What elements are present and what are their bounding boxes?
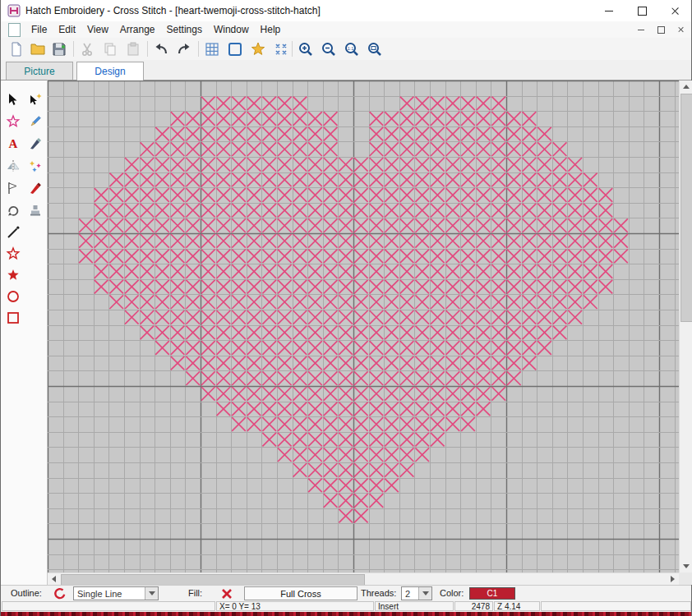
redo-icon: [176, 41, 192, 57]
paste-button[interactable]: [122, 39, 144, 59]
save-design-button[interactable]: [48, 39, 70, 59]
star-filled-tool-button[interactable]: [2, 264, 24, 285]
cut-button[interactable]: [76, 39, 98, 59]
brush-tool-button[interactable]: [25, 177, 46, 198]
outline-label: Outline:: [11, 588, 42, 598]
circle-tool-button[interactable]: [2, 286, 24, 306]
minimize-icon: [605, 11, 613, 11]
window-title: Hatch Embroidery - Cross Stitch - [heart…: [25, 5, 321, 16]
scroll-up-button[interactable]: [680, 80, 692, 93]
menubar: File Edit View Arrange Settings Window H…: [1, 21, 691, 39]
window-controls: [593, 0, 691, 21]
zoom-out-button[interactable]: [318, 39, 339, 59]
letter-a-icon: A: [6, 136, 21, 151]
scroll-down-button[interactable]: [680, 560, 692, 572]
dropdown-arrow-button[interactable]: [418, 587, 431, 600]
copy-button[interactable]: [99, 39, 121, 59]
rotate-tool-button[interactable]: [2, 200, 24, 220]
menu-window[interactable]: Window: [208, 21, 255, 38]
color-label: Color:: [440, 588, 464, 598]
circle-outline-icon: [6, 289, 21, 304]
new-document-icon: [8, 41, 25, 57]
mdi-minimize-icon: [638, 30, 644, 30]
square-tool-button[interactable]: [2, 307, 24, 328]
show-hoop-button[interactable]: [224, 39, 246, 59]
outline-stitch-button[interactable]: [52, 586, 67, 601]
titlebar: Hatch Embroidery - Cross Stitch - [heart…: [1, 0, 691, 21]
tab-picture[interactable]: Picture: [6, 62, 73, 80]
status-mode: Insert: [375, 601, 454, 611]
close-button[interactable]: [658, 0, 691, 21]
app-window: Hatch Embroidery - Cross Stitch - [heart…: [0, 0, 692, 616]
menu-view[interactable]: View: [81, 21, 114, 38]
pencil-icon: [28, 114, 43, 129]
vertical-scroll-thumb[interactable]: [680, 94, 692, 322]
undo-icon: [153, 41, 169, 57]
arrow-down-icon: [683, 564, 690, 568]
zoom-1-1-button[interactable]: 1:1: [341, 39, 362, 59]
scroll-left-button[interactable]: [48, 573, 60, 585]
threads-dropdown[interactable]: 2: [401, 586, 432, 600]
arrow-up-icon: [683, 85, 690, 89]
pen-tool-button[interactable]: [25, 133, 46, 154]
show-grid-button[interactable]: [201, 39, 223, 59]
pink-star-icon: [6, 114, 21, 129]
horizontal-scroll-thumb[interactable]: [61, 574, 365, 586]
select-tool-button[interactable]: [2, 89, 24, 109]
select-add-tool-button[interactable]: [25, 89, 46, 109]
flag-tool-button[interactable]: [2, 177, 24, 198]
tab-design[interactable]: Design: [76, 62, 144, 80]
zoom-out-icon: [321, 41, 337, 57]
stitch-canvas[interactable]: [48, 80, 679, 572]
copy-icon: [102, 41, 118, 57]
horizontal-scrollbar[interactable]: [48, 572, 679, 586]
menu-arrange[interactable]: Arrange: [114, 21, 161, 38]
wand-tool-button[interactable]: [2, 222, 24, 242]
minimize-button[interactable]: [593, 0, 625, 21]
flag-icon: [6, 181, 21, 195]
maximize-button[interactable]: [625, 0, 658, 21]
color-swatch[interactable]: C1: [469, 587, 515, 600]
new-document-button[interactable]: [6, 39, 27, 59]
freehand-star-tool-button[interactable]: [2, 111, 24, 131]
stamp-tool-button[interactable]: [25, 200, 46, 220]
grid-icon: [204, 41, 220, 57]
toolbar-separator: [73, 41, 74, 57]
mdi-close-button[interactable]: [675, 25, 686, 34]
star-icon: [250, 41, 266, 57]
select-arrow-star-icon: [28, 92, 43, 107]
zoom-in-button[interactable]: [295, 39, 316, 59]
mdi-window-controls: [635, 21, 686, 38]
app-logo-icon: [7, 4, 21, 17]
cross-stitch-pattern-button[interactable]: [270, 39, 292, 59]
menu-edit[interactable]: Edit: [53, 21, 81, 38]
mdi-minimize-button[interactable]: [635, 25, 647, 34]
mirror-tool-button[interactable]: [2, 155, 24, 176]
redo-button[interactable]: [173, 39, 195, 59]
statusbar: X= 0 Y= 13 Insert 2478 Z 4.14: [1, 601, 691, 612]
desktop-wallpaper-strip: [1, 612, 691, 616]
menu-help[interactable]: Help: [255, 21, 287, 38]
lettering-tool-button[interactable]: A: [2, 133, 24, 154]
pen-icon: [28, 136, 43, 151]
fill-stitch-button[interactable]: [219, 586, 234, 601]
magic-stars-tool-button[interactable]: [25, 155, 46, 176]
menu-settings[interactable]: Settings: [161, 21, 208, 38]
stitch-settings-bar: Outline: Single Line Fill: Full Cross Th…: [1, 585, 691, 602]
mdi-restore-button[interactable]: [655, 25, 667, 34]
dropdown-arrow-button[interactable]: [145, 587, 158, 600]
undo-button[interactable]: [150, 39, 172, 59]
vertical-scrollbar[interactable]: [679, 80, 692, 572]
outline-style-dropdown[interactable]: Single Line: [73, 586, 159, 600]
menu-file[interactable]: File: [25, 21, 53, 38]
pencil-tool-button[interactable]: [25, 111, 46, 131]
square-outline-icon: [6, 310, 21, 325]
fill-label: Fill:: [188, 588, 202, 598]
status-zoom: Z 4.14: [494, 601, 540, 611]
auto-digitize-button[interactable]: [247, 39, 269, 59]
stitch-type-button[interactable]: Full Cross: [244, 586, 358, 600]
open-design-button[interactable]: [27, 39, 48, 59]
zoom-to-fit-button[interactable]: [364, 39, 385, 59]
star-outline-tool-button[interactable]: [2, 243, 24, 264]
scroll-right-button[interactable]: [667, 573, 679, 585]
